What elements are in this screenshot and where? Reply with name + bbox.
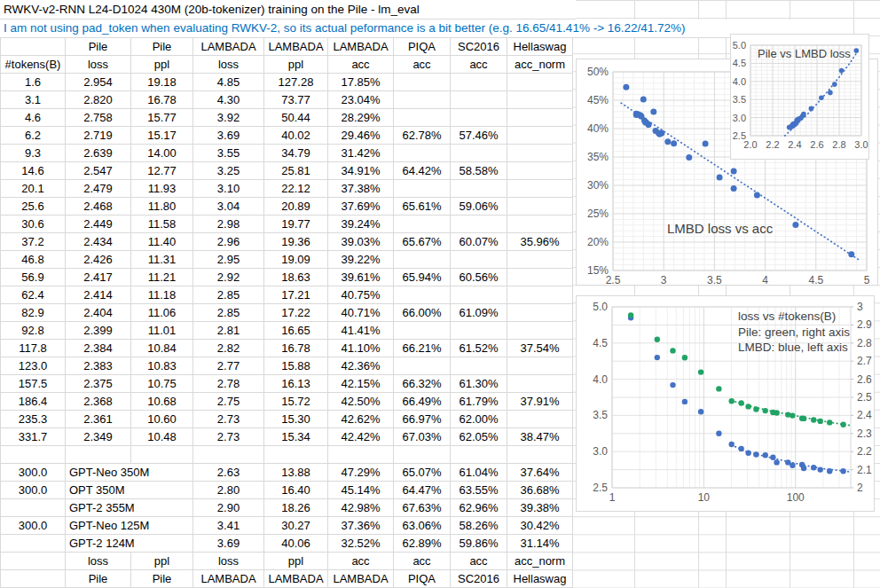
table-cell[interactable]: 61.30% (451, 375, 507, 393)
table-cell[interactable]: 40.06 (264, 535, 328, 553)
table-cell[interactable]: 11.18 (131, 286, 193, 304)
table-cell[interactable]: acc_norm (507, 553, 573, 570)
table-cell[interactable] (1, 535, 66, 553)
table-cell[interactable]: 2.639 (66, 145, 131, 162)
table-cell[interactable]: 2.73 (193, 428, 264, 446)
table-cell[interactable]: 2.78 (193, 375, 264, 393)
table-cell[interactable] (507, 304, 573, 322)
table-cell[interactable]: 65.94% (394, 269, 451, 286)
table-cell[interactable]: 16.13 (264, 375, 328, 393)
table-cell[interactable]: loss (66, 56, 131, 74)
table-cell[interactable]: 61.52% (451, 340, 507, 357)
table-cell[interactable] (451, 145, 507, 162)
table-cell[interactable]: 2.73 (193, 411, 264, 428)
table-cell[interactable]: 37.54% (507, 340, 573, 357)
table-cell[interactable]: 42.98% (328, 499, 394, 517)
table-cell[interactable]: 46.8 (1, 251, 66, 269)
table-cell[interactable]: 12.77 (131, 162, 193, 180)
table-cell[interactable] (451, 216, 507, 233)
table-cell[interactable]: 2.384 (66, 340, 131, 357)
table-cell[interactable] (507, 91, 573, 109)
table-cell[interactable] (394, 357, 451, 375)
table-cell[interactable] (451, 74, 507, 91)
table-cell[interactable]: 42.62% (328, 411, 394, 428)
table-cell[interactable]: 11.21 (131, 269, 193, 286)
table-cell[interactable]: 62.89% (394, 535, 451, 553)
table-cell[interactable]: 62.96% (451, 499, 507, 517)
table-cell[interactable]: 20.89 (264, 198, 328, 216)
table-cell[interactable]: 17.21 (264, 286, 328, 304)
table-cell[interactable]: acc (328, 553, 394, 570)
table-cell[interactable]: 2.426 (66, 251, 131, 269)
table-cell[interactable] (1, 38, 66, 56)
table-cell[interactable]: 25.6 (1, 198, 66, 216)
table-cell[interactable]: 3.92 (193, 109, 264, 127)
table-cell[interactable]: 58.58% (451, 162, 507, 180)
chart-loss-vs-tokens[interactable]: 22.12.22.32.42.52.62.72.82.931101002.53.… (576, 295, 875, 512)
table-cell[interactable]: 65.67% (394, 233, 451, 251)
table-cell[interactable]: 37.36% (328, 517, 394, 535)
table-cell[interactable]: 2.449 (66, 216, 131, 233)
table-cell[interactable]: 15.30 (264, 411, 328, 428)
table-cell[interactable]: PIQA (394, 38, 451, 56)
table-cell[interactable]: 37.2 (1, 233, 66, 251)
table-cell[interactable]: 66.00% (394, 304, 451, 322)
table-cell[interactable]: 42.15% (328, 375, 394, 393)
table-cell[interactable] (507, 375, 573, 393)
table-cell[interactable]: 36.68% (507, 482, 573, 499)
table-cell[interactable]: 3.69 (193, 127, 264, 145)
table-cell[interactable]: 16.65 (264, 322, 328, 340)
table-cell[interactable]: 61.04% (451, 464, 507, 482)
table-cell[interactable]: 19.36 (264, 233, 328, 251)
table-cell[interactable]: ppl (264, 56, 328, 74)
table-cell[interactable]: 23.04% (328, 91, 394, 109)
table-cell[interactable]: 2.719 (66, 127, 131, 145)
table-cell[interactable]: LAMBADA (264, 38, 328, 56)
table-cell[interactable]: 38.47% (507, 428, 573, 446)
table-cell[interactable]: 64.42% (394, 162, 451, 180)
table-cell[interactable]: 2.75 (193, 393, 264, 411)
table-cell[interactable]: 73.77 (264, 91, 328, 109)
table-cell[interactable] (451, 91, 507, 109)
table-cell[interactable]: 37.69% (328, 198, 394, 216)
table-cell[interactable]: 2.82 (193, 340, 264, 357)
table-cell[interactable]: ppl (131, 553, 193, 570)
table-cell[interactable]: 67.03% (394, 428, 451, 446)
table-cell[interactable]: 2.368 (66, 393, 131, 411)
table-cell[interactable] (451, 109, 507, 127)
table-cell[interactable]: 3.04 (193, 198, 264, 216)
table-cell[interactable]: 1.6 (1, 74, 66, 91)
table-cell[interactable]: 186.4 (1, 393, 66, 411)
table-cell[interactable]: 62.4 (1, 286, 66, 304)
table-cell[interactable]: 28.29% (328, 109, 394, 127)
table-cell[interactable] (507, 127, 573, 145)
table-cell[interactable] (328, 446, 394, 464)
table-cell[interactable] (394, 109, 451, 127)
table-cell[interactable] (131, 446, 193, 464)
table-cell[interactable]: 19.18 (131, 74, 193, 91)
table-cell[interactable]: 331.7 (1, 428, 66, 446)
table-cell[interactable] (451, 446, 507, 464)
table-cell[interactable]: acc (394, 56, 451, 74)
table-cell[interactable]: 4.6 (1, 109, 66, 127)
table-cell[interactable] (507, 74, 573, 91)
table-cell[interactable] (394, 180, 451, 198)
table-cell[interactable]: 14.6 (1, 162, 66, 180)
table-cell[interactable]: 31.42% (328, 145, 394, 162)
table-cell[interactable]: Hellaswag (507, 570, 573, 588)
table-cell[interactable] (1, 446, 66, 464)
table-cell[interactable] (507, 446, 573, 464)
table-cell[interactable]: 3.25 (193, 162, 264, 180)
table-cell[interactable] (451, 357, 507, 375)
table-cell[interactable]: acc (451, 56, 507, 74)
table-cell[interactable]: SC2016 (451, 570, 507, 588)
table-cell[interactable]: 60.07% (451, 233, 507, 251)
table-cell[interactable] (394, 145, 451, 162)
table-cell[interactable] (394, 74, 451, 91)
table-cell[interactable]: 10.84 (131, 340, 193, 357)
table-cell[interactable]: 30.6 (1, 216, 66, 233)
table-cell[interactable]: 39.61% (328, 269, 394, 286)
table-cell[interactable]: loss (193, 56, 264, 74)
table-cell[interactable]: 10.48 (131, 428, 193, 446)
table-cell[interactable]: 60.56% (451, 269, 507, 286)
